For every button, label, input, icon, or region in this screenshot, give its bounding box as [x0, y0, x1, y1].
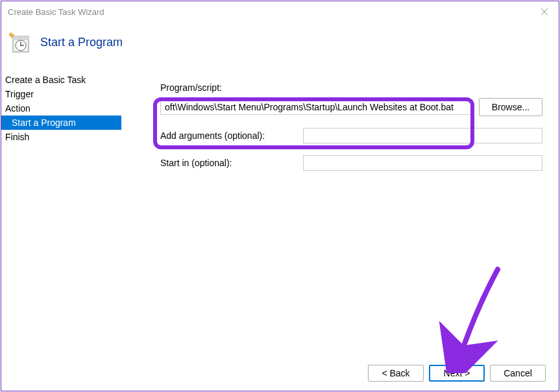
sidebar-item-start-program[interactable]: Start a Program	[1, 116, 121, 130]
sidebar-item-trigger[interactable]: Trigger	[1, 87, 121, 101]
startin-input[interactable]	[303, 155, 542, 171]
content-area: Create a Basic Task Trigger Action Start…	[1, 73, 559, 357]
svg-rect-5	[13, 36, 29, 40]
arguments-input[interactable]	[303, 128, 542, 143]
button-bar: < Back Next > Cancel	[1, 357, 559, 391]
wizard-header: Start a Program	[1, 22, 559, 73]
wizard-window: Create Basic Task Wizard Start a Program	[1, 1, 559, 391]
next-button[interactable]: Next >	[429, 365, 485, 382]
startin-label: Start in (optional):	[160, 158, 297, 168]
window-title: Create Basic Task Wizard	[8, 7, 104, 17]
close-button[interactable]	[530, 1, 559, 22]
arguments-label: Add arguments (optional):	[160, 130, 297, 141]
close-icon	[541, 8, 548, 16]
svg-point-9	[20, 45, 21, 46]
browse-button[interactable]: Browse...	[479, 98, 542, 116]
back-button[interactable]: < Back	[368, 365, 424, 382]
page-title: Start a Program	[40, 36, 123, 49]
sidebar-item-action[interactable]: Action	[1, 101, 121, 116]
cancel-button[interactable]: Cancel	[490, 365, 546, 382]
arguments-group: Add arguments (optional):	[160, 128, 542, 143]
sidebar-item-finish[interactable]: Finish	[1, 130, 121, 144]
wizard-sidebar: Create a Basic Task Trigger Action Start…	[1, 73, 121, 357]
titlebar: Create Basic Task Wizard	[1, 1, 559, 22]
main-panel: Program/script: Browse... Add arguments …	[121, 73, 559, 357]
startin-group: Start in (optional):	[160, 155, 542, 171]
program-script-group: Program/script: Browse...	[160, 82, 542, 116]
sidebar-item-create-task[interactable]: Create a Basic Task	[1, 73, 121, 87]
program-script-label: Program/script:	[160, 82, 542, 93]
program-script-input[interactable]	[160, 99, 472, 115]
task-scheduler-icon	[8, 31, 30, 53]
